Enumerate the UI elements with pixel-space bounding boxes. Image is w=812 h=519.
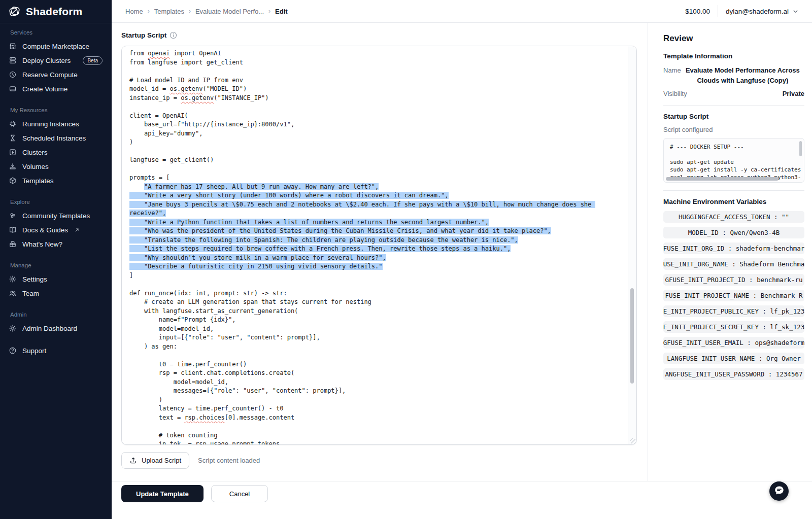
- sidebar-item-label: Community Templates: [22, 212, 90, 220]
- sidebar-item-deploy-clusters[interactable]: Deploy ClustersBeta: [0, 53, 112, 67]
- sidebar-item-team[interactable]: Team: [0, 286, 112, 300]
- cancel-button[interactable]: Cancel: [211, 485, 268, 502]
- sidebar-nav: ServicesCompute MarketplaceDeploy Cluste…: [0, 26, 112, 358]
- startup-script-code[interactable]: from openai import OpenAI from langfuse …: [122, 46, 619, 445]
- visibility-row: Visibility Private: [663, 90, 804, 97]
- breadcrumb-home[interactable]: Home: [125, 8, 143, 15]
- env-var-row: GFUSE_INIT_USER_EMAIL : ops@shadeform: [663, 337, 804, 349]
- sidebar-item-admin-dashboard[interactable]: Admin Dashboard: [0, 321, 112, 335]
- hourglass-icon: [9, 134, 17, 142]
- env-var-row: HUGGINGFACE_ACCESS_TOKEN : "": [663, 211, 804, 223]
- sidebar-section-label: Explore: [0, 196, 112, 209]
- editor-scrollbar-thumb[interactable]: [630, 288, 634, 384]
- editor-scrollbar-track[interactable]: [628, 46, 636, 444]
- env-var-row: USE_INIT_ORG_NAME : Shadeform Benchma: [663, 258, 804, 270]
- visibility-value: Private: [783, 90, 804, 97]
- community-icon: [9, 212, 17, 220]
- sidebar-item-what-s-new[interactable]: What's New?: [0, 237, 112, 251]
- sidebar-section-label: Services: [0, 26, 112, 39]
- review-panel: Review Template Information Name Evaluat…: [648, 23, 812, 481]
- script-status-text: Script configured: [663, 126, 804, 133]
- upload-script-label: Upload Script: [142, 457, 181, 464]
- help-circle-icon: [9, 347, 17, 355]
- script-preview-box[interactable]: # --- DOCKER SETUP --- sudo apt-get upda…: [663, 138, 804, 183]
- sidebar-item-settings[interactable]: Settings: [0, 272, 112, 286]
- sidebar-item-compute-marketplace[interactable]: Compute Marketplace: [0, 39, 112, 53]
- storefront-icon: [9, 42, 17, 50]
- preview-vertical-scrollbar-thumb[interactable]: [799, 141, 802, 156]
- sidebar-item-templates[interactable]: Templates: [0, 174, 112, 188]
- breadcrumb: Home›Templates›Evaluate Model Perfo...›E…: [125, 8, 288, 15]
- script-preview-code: # --- DOCKER SETUP --- sudo apt-get upda…: [670, 143, 797, 181]
- info-icon[interactable]: [170, 31, 177, 39]
- sidebar-item-volumes[interactable]: Volumes: [0, 159, 112, 174]
- topbar: Home›Templates›Evaluate Model Perfo...›E…: [112, 0, 812, 23]
- env-var-row: ANGFUSE_INIT_USER_PASSWORD : 1234567: [663, 368, 804, 380]
- topbar-divider: [718, 5, 718, 17]
- topbar-right: $100.00 dylan@shadeform.ai: [685, 5, 799, 17]
- sidebar-section-label: My Resources: [0, 104, 112, 117]
- breadcrumb-templates[interactable]: Templates: [154, 8, 184, 15]
- logo-text: Shadeform: [26, 6, 83, 18]
- footer-bar: Update Template Cancel: [112, 481, 812, 519]
- breadcrumb-separator: ›: [189, 8, 191, 15]
- startup-script-section: Startup Script from openai import OpenAI…: [112, 23, 648, 481]
- update-template-button[interactable]: Update Template: [121, 485, 204, 502]
- name-label: Name: [663, 66, 681, 74]
- sidebar-item-label: Settings: [22, 275, 47, 283]
- sidebar-item-docs-guides[interactable]: Docs & Guides: [0, 223, 112, 237]
- main-area: Home›Templates›Evaluate Model Perfo...›E…: [112, 0, 812, 519]
- breadcrumb-separator: ›: [268, 8, 270, 15]
- gear-icon: [9, 275, 17, 283]
- preview-horizontal-scrollbar-thumb[interactable]: [666, 177, 779, 181]
- sidebar-item-create-volume[interactable]: Create Volume: [0, 82, 112, 96]
- download-tray-icon: [9, 162, 17, 170]
- sidebar-item-clusters[interactable]: Clusters: [0, 145, 112, 159]
- account-menu[interactable]: dylan@shadeform.ai: [726, 8, 799, 15]
- env-variables-list: HUGGINGFACE_ACCESS_TOKEN : ""MODEL_ID : …: [663, 211, 804, 380]
- sidebar-section-label: Admin: [0, 308, 112, 321]
- code-selected-text: "A farmer has 17 sheep. All but 9 run aw…: [129, 183, 595, 270]
- startup-script-editor[interactable]: from openai import OpenAI from langfuse …: [121, 46, 637, 445]
- env-var-row: E_INIT_PROJECT_SECRET_KEY : lf_sk_123: [663, 321, 804, 333]
- sidebar-item-label: Admin Dashboard: [22, 325, 77, 332]
- breadcrumb-edit: Edit: [275, 8, 288, 15]
- sidebar-item-reserve-compute[interactable]: Reserve Compute: [0, 67, 112, 82]
- support-chat-button[interactable]: [769, 481, 789, 501]
- account-balance: $100.00: [685, 8, 710, 15]
- upload-row: Upload Script Script content loaded: [121, 452, 648, 469]
- textarea-resize-handle[interactable]: [630, 438, 635, 443]
- beta-badge: Beta: [83, 56, 103, 65]
- template-information-heading: Template Information: [663, 52, 804, 60]
- visibility-label: Visibility: [663, 90, 687, 97]
- sidebar-section-label: Manage: [0, 259, 112, 272]
- external-link-icon: [74, 227, 80, 233]
- admin-gear-icon: [9, 324, 17, 332]
- sidebar-item-label: Docs & Guides: [22, 226, 68, 234]
- cube-icon: [9, 177, 17, 185]
- chat-bubble-icon: [774, 485, 785, 498]
- divider: [663, 190, 804, 191]
- logo[interactable]: Shadeform: [0, 0, 112, 23]
- code-after-selection: ] def run_once(idx: int, prompt: str) ->…: [129, 272, 371, 445]
- clock-icon: [9, 71, 17, 79]
- drive-icon: [9, 85, 17, 93]
- sidebar-item-label: Compute Marketplace: [22, 43, 89, 50]
- sidebar-item-label: What's New?: [22, 240, 62, 248]
- breadcrumb-evaluate-model-perfo[interactable]: Evaluate Model Perfo...: [195, 8, 264, 15]
- sidebar-item-support[interactable]: Support: [0, 343, 112, 358]
- sidebar-item-label: Volumes: [22, 163, 49, 170]
- gift-icon: [9, 240, 17, 248]
- sidebar-item-running-instances[interactable]: Running Instances: [0, 117, 112, 131]
- upload-status-text: Script content loaded: [198, 457, 260, 464]
- code-before-selection: from openai import OpenAI from langfuse …: [129, 50, 294, 190]
- startup-script-heading: Startup Script: [121, 31, 166, 39]
- breadcrumb-separator: ›: [148, 8, 150, 15]
- sidebar-item-label: Clusters: [22, 149, 48, 156]
- sidebar-item-label: Scheduled Instances: [22, 134, 86, 142]
- sidebar-item-label: Running Instances: [22, 120, 79, 128]
- sidebar-item-community-templates[interactable]: Community Templates: [0, 209, 112, 223]
- sidebar-item-scheduled-instances[interactable]: Scheduled Instances: [0, 131, 112, 145]
- chevron-down-icon: [792, 8, 799, 15]
- upload-script-button[interactable]: Upload Script: [121, 452, 189, 469]
